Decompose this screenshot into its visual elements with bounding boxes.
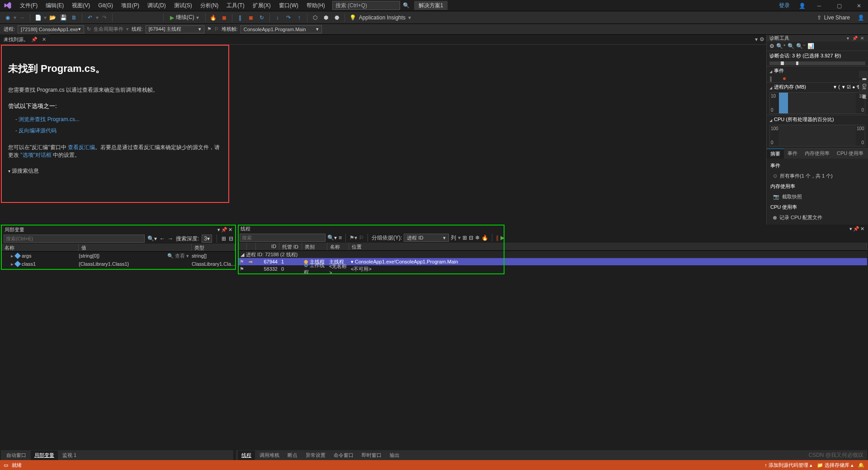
menu-project[interactable]: 项目(P) — [118, 0, 143, 11]
locals-row[interactable]: ▸args {string[0]}🔍 查看 ▾ string[] — [2, 252, 235, 260]
select-repo[interactable]: 📁 选择存储库 ▴ — [817, 462, 854, 469]
open-icon[interactable]: 📂 — [47, 13, 57, 23]
tab-callstack[interactable]: 调用堆栈 — [256, 451, 283, 460]
solution-dropdown[interactable]: 解决方案1 — [414, 1, 448, 10]
locals-search[interactable] — [4, 235, 145, 243]
threads-search[interactable] — [240, 234, 326, 242]
th-expand-icon[interactable]: ⊞ — [462, 235, 467, 241]
step-over-icon[interactable]: ↷ — [283, 13, 293, 23]
th-play-icon[interactable]: ▶ — [500, 235, 505, 241]
tab-output[interactable]: 输出 — [386, 451, 403, 460]
menu-view[interactable]: 视图(V) — [68, 0, 94, 11]
admin-icon[interactable]: 👤 — [858, 14, 864, 21]
menu-extensions[interactable]: 扩展(X) — [249, 0, 274, 11]
step-into-icon[interactable]: ↓ — [273, 13, 283, 23]
continue-button[interactable]: ▶ 继续(C) ▾ — [166, 13, 203, 22]
source-search-expander[interactable]: 源搜索信息 — [8, 167, 222, 175]
status-bell-icon[interactable]: 🔔 — [858, 462, 864, 468]
locals-tool2-icon[interactable]: ⊟ — [229, 235, 233, 242]
search-icon[interactable]: 🔍 — [403, 2, 410, 9]
menu-edit[interactable]: 编辑(E) — [42, 0, 67, 11]
menu-tools[interactable]: 工具(T) — [223, 0, 248, 11]
diag-tab-memory[interactable]: 内存使用率 — [801, 149, 833, 159]
depth-dropdown[interactable]: 3 ▾ — [202, 235, 212, 243]
menu-test[interactable]: 测试(S) — [170, 0, 196, 11]
window-close[interactable]: ✕ — [850, 0, 868, 11]
doc-dropdown-icon[interactable]: ▾ — [755, 36, 758, 42]
close-icon[interactable]: ✕ — [859, 36, 865, 41]
tab-autos[interactable]: 自动窗口 — [3, 451, 30, 460]
flag-icon[interactable]: ⚑▾ — [349, 235, 357, 241]
doc-tab-nosource[interactable]: 未找到源。 📌 ✕ — [0, 34, 50, 44]
browse-find-link[interactable]: 浏览并查找 Program.cs... — [15, 116, 222, 123]
save-all-icon[interactable]: 🗎 — [69, 13, 79, 23]
locals-tool1-icon[interactable]: ⊞ — [222, 235, 226, 242]
take-snapshot-link[interactable]: 📷截取快照 — [767, 192, 868, 202]
decompile-link[interactable]: 反向编译源代码 — [15, 127, 222, 135]
close-tab-icon[interactable]: ✕ — [42, 37, 46, 42]
tab-exceptions[interactable]: 异常设置 — [302, 451, 329, 460]
menu-file[interactable]: 文件(F) — [16, 0, 41, 11]
search-icon[interactable]: 🔍▾ — [147, 235, 157, 242]
diag-tab-summary[interactable]: 摘要 — [767, 149, 784, 159]
account-icon[interactable]: 👤 — [799, 3, 806, 9]
flag-icon[interactable]: ⚑ — [207, 26, 212, 32]
flag-filter-icon[interactable]: ⚐ — [214, 26, 219, 32]
stop-debug-icon[interactable]: ◼ — [246, 13, 256, 23]
process-dropdown[interactable]: [72188] ConsoleApp1.exe▾ — [18, 25, 84, 33]
show-all-events-link[interactable]: ⊙所有事件(1 个，共 1 个) — [767, 171, 868, 181]
search-icon[interactable]: 🔍▾ — [327, 235, 337, 241]
lifecycle-dropdown[interactable]: 生命周期事件 — [94, 26, 123, 33]
th-thaw-icon[interactable]: 🔥 — [481, 235, 488, 241]
thread-dropdown[interactable]: [67944] 主线程▾ — [146, 25, 204, 33]
tab-immediate[interactable]: 即时窗口 — [358, 451, 385, 460]
tab-command[interactable]: 命令窗口 — [330, 451, 357, 460]
intellitrace2-icon[interactable]: ⬢ — [321, 13, 331, 23]
intellitrace-icon[interactable]: ⬡ — [310, 13, 320, 23]
undo-icon[interactable]: ↶ — [85, 13, 95, 23]
live-share-button[interactable]: ⇪ Live Share — [817, 14, 850, 21]
diag-tab-events[interactable]: 事件 — [784, 149, 801, 159]
menu-git[interactable]: Git(G) — [94, 0, 117, 10]
refresh-icon[interactable]: ↻ — [87, 26, 91, 32]
pause-icon[interactable]: ‖ — [235, 13, 245, 23]
pin-icon[interactable]: 📌 — [31, 37, 38, 42]
side-tab-git-changes[interactable]: Git 更改 — [859, 80, 868, 94]
menu-debug[interactable]: 调试(D) — [144, 0, 170, 11]
save-icon[interactable]: 💾 — [58, 13, 68, 23]
thread-row[interactable]: ⚑ 58332 0 ⚙ 工作线程 <无名称> <不可用> — [238, 265, 867, 273]
add-to-scm[interactable]: ↑ 添加到源代码管理 ▴ — [764, 462, 812, 469]
th-collapse-icon[interactable]: ⊟ — [469, 235, 473, 241]
side-tab-server-explorer[interactable]: 服务器资源管理器 — [859, 71, 868, 78]
diag-graph-icon[interactable]: 📊 — [807, 43, 814, 49]
menu-analyze[interactable]: 分析(N) — [197, 0, 222, 11]
hot-reload-icon[interactable]: 🔥 — [208, 13, 218, 23]
th-freeze-icon[interactable]: ❄ — [475, 235, 480, 241]
diag-zoom-in-icon[interactable]: 🔍 — [788, 43, 794, 49]
view-disasm-link[interactable]: 查看反汇编 — [68, 144, 95, 150]
group-by-dropdown[interactable]: 进程 ID▾ — [404, 234, 449, 242]
search-prev-icon[interactable]: ← — [160, 235, 165, 242]
tab-watch1[interactable]: 监视 1 — [59, 451, 80, 460]
th-tool1-icon[interactable]: ≡ — [339, 235, 342, 241]
login-link[interactable]: 登录 — [774, 2, 794, 9]
stackframe-dropdown[interactable]: ConsoleApp1.Program.Main▾ — [241, 25, 322, 33]
pin-icon[interactable]: 📌 — [852, 36, 858, 41]
nav-back-icon[interactable]: ◉ — [3, 13, 13, 23]
quick-search[interactable]: 搜索 (Ctrl+Q) — [332, 1, 400, 10]
window-minimize[interactable]: ─ — [810, 0, 828, 11]
step-out-icon[interactable]: ↑ — [294, 13, 304, 23]
insights-dropdown[interactable]: Application Insights — [359, 14, 406, 21]
locals-row[interactable]: ▸class1 {ClassLibrary1.Class1} ClassLibr… — [2, 260, 235, 268]
search-next-icon[interactable]: → — [168, 235, 173, 242]
thread-group-row[interactable]: ◢进程 ID: 72188 (2 线程) — [238, 251, 867, 258]
diag-tab-cpu[interactable]: CPU 使用率 — [833, 149, 867, 159]
dropdown-icon[interactable]: ▾ — [844, 36, 851, 41]
tab-threads[interactable]: 线程 — [238, 451, 255, 460]
diag-zoom-out-icon[interactable]: 🔍⁻ — [796, 43, 806, 49]
window-maximize[interactable]: ▢ — [830, 0, 848, 11]
menu-window[interactable]: 窗口(W) — [275, 0, 302, 11]
diag-timeline[interactable] — [769, 61, 865, 65]
stop-icon[interactable]: ◼ — [219, 13, 229, 23]
diag-settings-icon[interactable]: ⚙ — [769, 43, 774, 49]
